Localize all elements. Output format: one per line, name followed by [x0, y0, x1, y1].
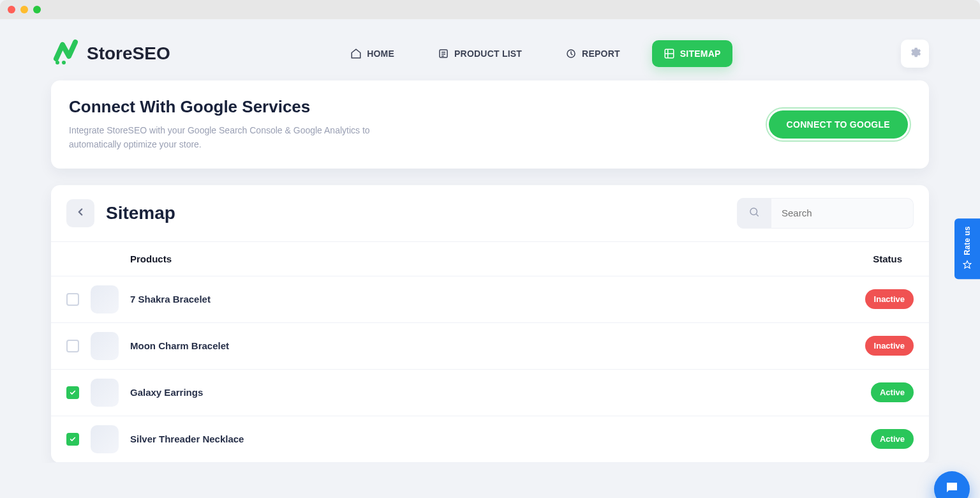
- product-thumbnail: [91, 379, 119, 407]
- report-icon: [565, 48, 577, 59]
- product-name: Galaxy Earrings: [130, 387, 203, 398]
- table-row: Galaxy EarringsActive: [51, 370, 929, 416]
- column-products: Products: [66, 253, 172, 264]
- window-minimize-icon[interactable]: [20, 6, 28, 13]
- search-icon-button[interactable]: [737, 198, 771, 229]
- product-thumbnail: [91, 285, 119, 313]
- svg-line-11: [756, 214, 758, 216]
- svg-marker-12: [963, 261, 971, 269]
- product-thumbnail: [91, 332, 119, 360]
- table-row: Silver Threader NecklaceActive: [51, 416, 929, 463]
- top-nav: StoreSEO HOME: [51, 34, 929, 80]
- brand: StoreSEO: [51, 38, 170, 69]
- star-icon: [963, 260, 972, 272]
- brand-name: StoreSEO: [87, 43, 170, 64]
- product-thumbnail: [91, 425, 119, 453]
- sitemap-header: Sitemap: [51, 185, 929, 242]
- product-name: 7 Shakra Bracelet: [130, 294, 211, 305]
- home-icon: [350, 48, 362, 59]
- svg-point-0: [56, 61, 59, 64]
- nav-label: HOME: [367, 49, 394, 59]
- sitemap-panel: Sitemap Products Status: [51, 185, 929, 463]
- page-title: Sitemap: [106, 203, 175, 223]
- row-checkbox[interactable]: [66, 433, 79, 446]
- column-status: Status: [873, 253, 914, 264]
- chevron-left-icon: [75, 206, 86, 220]
- status-badge[interactable]: Inactive: [865, 336, 914, 356]
- window-maximize-icon[interactable]: [33, 6, 41, 13]
- svg-point-10: [750, 208, 757, 215]
- row-checkbox[interactable]: [66, 293, 79, 306]
- nav-product-list[interactable]: PRODUCT LIST: [426, 40, 533, 67]
- rate-us-label: Rate us: [963, 226, 972, 255]
- nav-label: REPORT: [582, 49, 620, 59]
- search-group: [737, 198, 914, 229]
- connect-button-outline: CONNECT TO GOOGLE: [766, 107, 911, 142]
- connect-subtitle: Integrate StoreSEO with your Google Sear…: [69, 123, 413, 152]
- gear-icon: [909, 46, 921, 61]
- table-row: Moon Charm BraceletInactive: [51, 323, 929, 370]
- settings-button[interactable]: [901, 40, 929, 68]
- connect-to-google-button[interactable]: CONNECT TO GOOGLE: [769, 110, 908, 139]
- back-button[interactable]: [66, 199, 94, 227]
- window-close-icon[interactable]: [8, 6, 15, 13]
- product-name: Moon Charm Bracelet: [130, 340, 229, 351]
- list-icon: [438, 48, 449, 59]
- rate-us-tab[interactable]: Rate us: [954, 218, 980, 279]
- status-badge[interactable]: Active: [871, 382, 914, 402]
- status-badge[interactable]: Active: [871, 429, 914, 449]
- nav-sitemap[interactable]: SITEMAP: [652, 40, 732, 67]
- nav-label: SITEMAP: [680, 49, 721, 59]
- status-badge[interactable]: Inactive: [865, 289, 914, 309]
- search-icon: [748, 206, 760, 220]
- product-name: Silver Threader Necklace: [130, 434, 244, 444]
- sitemap-icon: [664, 48, 675, 59]
- nav-home[interactable]: HOME: [339, 40, 406, 67]
- row-checkbox[interactable]: [66, 340, 79, 352]
- nav-report[interactable]: REPORT: [554, 40, 632, 67]
- search-input[interactable]: [771, 198, 914, 229]
- connect-banner: Connect With Google Services Integrate S…: [51, 80, 929, 169]
- row-checkbox[interactable]: [66, 386, 79, 399]
- brand-logo-icon: [51, 38, 80, 69]
- nav-links: HOME PRODUCT LIST: [339, 40, 732, 67]
- svg-point-1: [62, 61, 66, 64]
- table-columns: Products Status: [51, 242, 929, 276]
- window-titlebar: [0, 0, 980, 19]
- nav-label: PRODUCT LIST: [454, 49, 522, 59]
- connect-title: Connect With Google Services: [69, 97, 413, 117]
- table-row: 7 Shakra BraceletInactive: [51, 276, 929, 323]
